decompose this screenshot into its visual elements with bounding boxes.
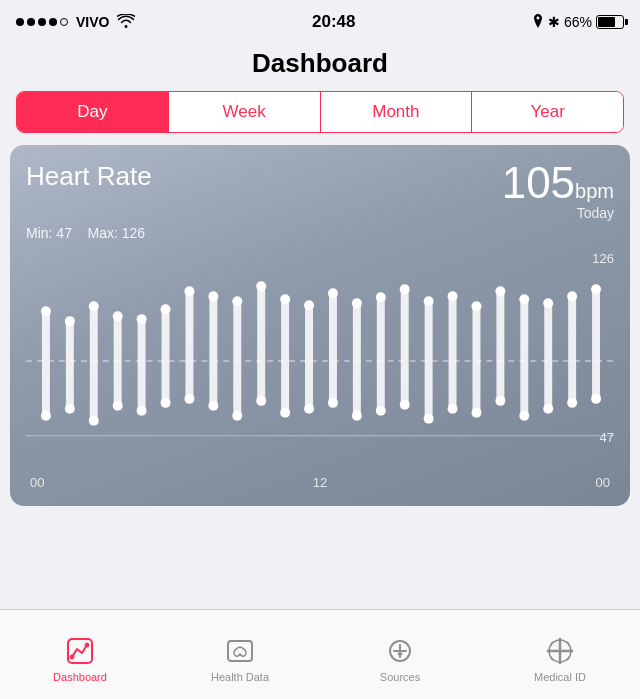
svg-point-47 [567, 291, 577, 301]
nav-sources[interactable]: Sources [320, 627, 480, 683]
svg-point-38 [352, 298, 362, 308]
svg-point-36 [304, 300, 314, 310]
status-left: VIVO [16, 14, 135, 31]
bottom-nav: Dashboard Health Data Sources [0, 609, 640, 699]
svg-point-28 [113, 311, 123, 321]
svg-point-54 [161, 398, 171, 408]
tab-week[interactable]: Week [168, 92, 320, 132]
svg-point-40 [400, 284, 410, 294]
svg-point-53 [137, 406, 147, 416]
time-label-end: 00 [596, 475, 610, 490]
dot5 [60, 18, 68, 26]
chart-area: 126 [26, 251, 614, 471]
svg-point-27 [89, 301, 99, 311]
battery-icon [596, 15, 624, 29]
svg-point-60 [304, 404, 314, 414]
svg-point-69 [519, 411, 529, 421]
card-header: Heart Rate 105bpm Today [26, 161, 614, 221]
status-right: ✱ 66% [532, 14, 624, 31]
svg-point-64 [400, 400, 410, 410]
svg-point-26 [65, 316, 75, 326]
svg-point-25 [41, 306, 51, 316]
svg-point-72 [591, 394, 601, 404]
nav-sources-label: Sources [380, 671, 420, 683]
dot2 [27, 18, 35, 26]
svg-point-63 [376, 406, 386, 416]
chart-axis-top: 126 [592, 251, 614, 266]
svg-point-37 [328, 288, 338, 298]
dot3 [38, 18, 46, 26]
card-meta: Min: 47 Max: 126 [26, 225, 614, 241]
svg-point-75 [70, 655, 74, 659]
battery-percent: 66% [564, 14, 592, 30]
heart-rate-card: Heart Rate 105bpm Today Min: 47 Max: 126… [10, 145, 630, 506]
svg-point-41 [424, 296, 434, 306]
svg-point-46 [543, 298, 553, 308]
dot4 [49, 18, 57, 26]
svg-point-31 [184, 286, 194, 296]
time-label-start: 00 [30, 475, 44, 490]
svg-point-32 [208, 291, 218, 301]
svg-point-57 [232, 411, 242, 421]
time-label-mid: 12 [313, 475, 327, 490]
svg-point-43 [471, 301, 481, 311]
card-value-area: 105bpm Today [502, 161, 614, 221]
svg-point-67 [471, 408, 481, 418]
svg-point-34 [256, 281, 266, 291]
card-title: Heart Rate [26, 161, 152, 192]
card-period: Today [502, 205, 614, 221]
nav-dashboard[interactable]: Dashboard [0, 627, 160, 683]
svg-point-42 [448, 291, 458, 301]
svg-point-29 [137, 314, 147, 324]
nav-health-data-label: Health Data [211, 671, 269, 683]
svg-point-48 [591, 284, 601, 294]
chart-axis-bottom: 47 [600, 430, 614, 445]
nav-health-data[interactable]: Health Data [160, 627, 320, 683]
tab-month[interactable]: Month [320, 92, 472, 132]
svg-point-62 [352, 411, 362, 421]
time-range-tabs: Day Week Month Year [16, 91, 624, 133]
dashboard-icon [64, 635, 96, 667]
svg-point-52 [113, 401, 123, 411]
tab-day[interactable]: Day [17, 92, 168, 132]
chart-time-labels: 00 12 00 [26, 471, 614, 490]
card-unit: bpm [575, 180, 614, 202]
page-header: Dashboard [0, 44, 640, 91]
bluetooth-icon: ✱ [548, 14, 560, 30]
svg-point-45 [519, 294, 529, 304]
wifi-icon [117, 14, 135, 31]
tab-year[interactable]: Year [471, 92, 623, 132]
dot1 [16, 18, 24, 26]
card-value: 105 [502, 158, 575, 207]
svg-point-50 [65, 404, 75, 414]
nav-dashboard-label: Dashboard [53, 671, 107, 683]
nav-medical-id-label: Medical ID [534, 671, 586, 683]
svg-rect-77 [228, 641, 252, 661]
location-icon [532, 14, 544, 31]
svg-point-61 [328, 398, 338, 408]
medical-id-icon [544, 635, 576, 667]
svg-point-55 [184, 394, 194, 404]
status-bar: VIVO 20:48 ✱ 66% [0, 0, 640, 44]
svg-point-44 [495, 286, 505, 296]
heart-rate-chart [26, 251, 614, 471]
svg-point-71 [567, 398, 577, 408]
svg-point-30 [161, 304, 171, 314]
nav-medical-id[interactable]: Medical ID [480, 627, 640, 683]
svg-point-39 [376, 292, 386, 302]
svg-point-65 [424, 414, 434, 424]
status-time: 20:48 [312, 12, 355, 32]
svg-point-51 [89, 416, 99, 426]
svg-point-35 [280, 294, 290, 304]
svg-point-66 [448, 404, 458, 414]
health-data-icon [224, 635, 256, 667]
sources-icon [384, 635, 416, 667]
svg-point-68 [495, 396, 505, 406]
svg-point-56 [208, 401, 218, 411]
signal-dots [16, 18, 68, 26]
svg-point-49 [41, 411, 51, 421]
card-min-max: Min: 47 Max: 126 [26, 225, 145, 241]
battery-fill [598, 17, 615, 27]
svg-point-59 [280, 408, 290, 418]
carrier-label: VIVO [76, 14, 109, 30]
